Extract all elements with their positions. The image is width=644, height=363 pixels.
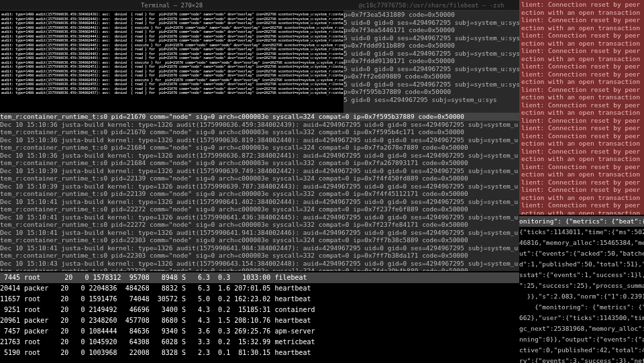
process-row: 20414 packer 20 0 2204836 484268 8832 S …: [0, 283, 519, 294]
json-metrics[interactable]: onitoring": {"metrics": {"beat":{{"ticks…: [519, 215, 644, 363]
kernel-log-line: Dec 10 15:10:36 justa-build kernel: type…: [0, 121, 519, 129]
kernel-log-main[interactable]: tem_r:container_runtime_t:s0 pid=21670 c…: [0, 113, 519, 271]
process-row: 7457 packer 20 0 1084444 84636 9340 S 3.…: [0, 326, 519, 337]
kernel-log-line: Dec 10 15:10:41 justa-build kernel: type…: [0, 198, 519, 206]
json-line: ry":{"events":3,"success":3},"network":{…: [519, 356, 644, 363]
titlebar-terminal[interactable]: Terminal — 270×28: [0, 0, 343, 11]
kernel-log-line: tem_r:container_runtime_t:s0 pid=22303 c…: [0, 252, 519, 260]
json-line: nning":0}},"output":{"events":{"acked":4…: [519, 334, 644, 345]
json-line: ":25,"success":25},"process_summa: [519, 280, 644, 291]
kernel-log-line: Dec 10 15:10:36 justa-build kernel: type…: [0, 136, 519, 144]
process-row: 20961 packer 20 0 2348260 457708 8680 S …: [0, 315, 519, 326]
json-line: onitoring": {"metrics": {"beat":{: [519, 216, 644, 227]
kernel-log-line: Dec 10 15:10:43 justa-build kernel: type…: [0, 260, 519, 268]
json-line: ctive":0,"published":42,"total":42},"que…: [519, 345, 644, 356]
kernel-log-top[interactable]: p=0x7f3ea5431889 code=0x50000 5 uid=0 gi…: [343, 11, 519, 113]
kernel-log-line: tem_r:container_runtime_t:s0 pid=21684 c…: [0, 159, 519, 167]
json-line: 662},"user":{"ticks":1143500,"time":{"ms…: [519, 313, 644, 323]
kernel-log-line: Dec 10 15:10:41 justa-build kernel: type…: [0, 213, 519, 221]
kernel-log-line: Dec 10 15:10:41 justa-build kernel: type…: [0, 244, 519, 252]
titlebar-shell[interactable]: @c18c77976750:/usr/share/filebeat — -zsh…: [343, 0, 519, 11]
process-table[interactable]: 7445 root 20 0 1578312 95708 8948 S 6.3 …: [0, 271, 519, 363]
json-line: sstat":{"events":1,"success":1}l,: [519, 270, 644, 280]
json-line: ut":{"events":{"acked":50,"batche: [519, 248, 644, 259]
json-line: }},"s":2.083,"norm":{"1":0.2391,"15":0.: [519, 291, 644, 302]
kernel-log-line: tem_r:container_runtime_t:s0 pid=22303 c…: [0, 236, 519, 244]
kernel-log-line: Dec 10 15:10:41 justa-build kernel: type…: [0, 229, 519, 237]
json-line: 46816,"memory_alloc":15465384,"mem: [519, 238, 644, 248]
kernel-log-line: tem_r:container_runtime_t:s0 pid=21684 c…: [0, 144, 519, 152]
process-row: 21763 root 20 0 1045920 64308 6028 S 3.3…: [0, 337, 519, 348]
process-row: 5190 root 20 0 1003968 22008 8328 S 2.3 …: [0, 348, 519, 358]
kernel-log-line: tem_r:container_runtime_t:s0 pid=22272 c…: [0, 205, 519, 213]
kernel-log-line: tem_r:container_runtime_t:s0 pid=21670 c…: [0, 113, 519, 121]
error-log[interactable]: lient: Connection reset by peer ection w…: [519, 0, 644, 215]
json-line: {"monitoring": {"metrics": {"beat":{"c: [519, 302, 644, 313]
json-line: {"ticks":1143011,"time":{"ms":502}: [519, 227, 644, 238]
kernel-log-line: tem_r:container_runtime_t:s0 pid=22139 c…: [0, 190, 519, 198]
terminal-audit-log[interactable]: audit: type=1400 audit(1575990636.459:38…: [0, 11, 343, 113]
json-line: d":1,"published":50,"total":51},"q: [519, 259, 644, 270]
kernel-log-line: tem_r:container_runtime_t:s0 pid=22139 c…: [0, 174, 519, 183]
kernel-log-line: tem_r:container_runtime_t:s0 pid=21670 c…: [0, 128, 519, 136]
kernel-log-line: Dec 10 15:10:36 justa-build kernel: type…: [0, 152, 519, 160]
kernel-log-line: tem_r:container_runtime_t:s0 pid=22272 c…: [0, 221, 519, 229]
process-row: 11657 root 20 0 1591476 74048 30572 S 5.…: [0, 294, 519, 305]
kernel-log-line: Dec 10 15:10:39 justa-build kernel: type…: [0, 167, 519, 175]
process-row: 7445 root 20 0 1578312 95708 8948 S 6.3 …: [0, 272, 519, 283]
kernel-log-line: Dec 10 15:10:39 justa-build kernel: type…: [0, 183, 519, 191]
json-line: gc_next":25381968,"memory_alloc":1701948…: [519, 323, 644, 334]
process-row: 9251 root 20 0 2149492 46696 3400 S 4.3 …: [0, 305, 519, 315]
